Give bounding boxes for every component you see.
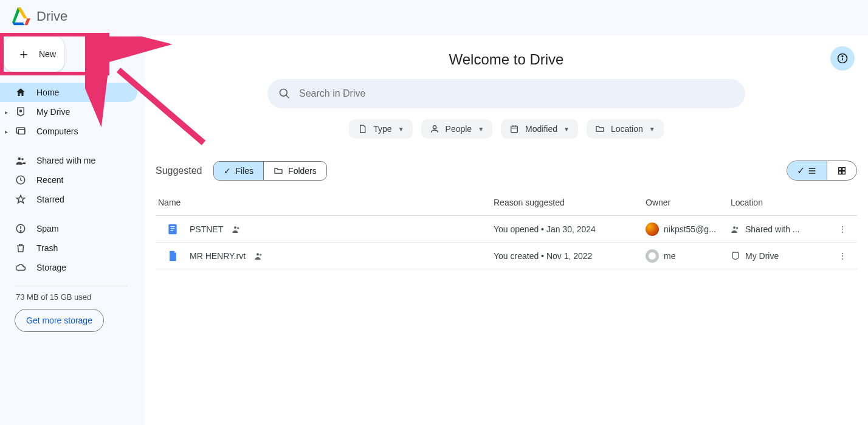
suggested-segmented: ✓ Files Folders [213,161,327,181]
list-icon [807,166,817,176]
sidebar-item-label: Home [36,88,59,97]
info-icon [836,52,849,64]
file-name: PSTNET [190,224,223,234]
svg-point-8 [18,157,21,161]
sidebar-item-my-drive[interactable]: ▸ My Drive [0,102,137,122]
chevron-down-icon: ▼ [398,126,404,133]
drive-logo-icon [11,7,30,26]
star-icon [15,194,27,205]
view-toggle: ✓ [787,161,857,181]
seg-label: Files [236,166,254,176]
sidebar-item-label: Spam [36,224,59,233]
sidebar-item-computers[interactable]: ▸ Computers [0,122,137,141]
owner-text: me [664,251,675,261]
suggested-table: Name Reason suggested Owner Location PST… [156,189,857,269]
seg-folders[interactable]: Folders [264,162,326,180]
svg-rect-19 [842,167,846,170]
svg-point-29 [736,227,738,229]
info-button[interactable] [830,46,855,71]
new-button[interactable]: ＋ New [4,36,64,72]
seg-label: Folders [288,166,317,176]
row-menu-button[interactable]: ⋮ [828,224,857,234]
sidebar-item-label: Trash [36,243,58,253]
svg-rect-21 [842,171,846,174]
svg-rect-23 [171,226,175,227]
svg-rect-18 [839,167,842,170]
check-icon: ✓ [224,166,231,176]
gdoc-icon [167,223,179,235]
filter-chip-people[interactable]: People ▼ [421,119,493,139]
person-icon [430,124,439,134]
search-bar[interactable] [267,79,745,108]
get-more-storage-button[interactable]: Get more storage [15,309,104,332]
sidebar-item-label: Shared with me [36,156,95,165]
page-title: Welcome to Drive [449,51,564,68]
sidebar-item-label: Starred [36,195,64,204]
home-icon [15,87,27,98]
search-icon [278,88,291,100]
avatar [646,223,659,236]
seg-files[interactable]: ✓ Files [214,162,264,180]
chevron-down-icon: ▼ [478,126,484,133]
sidebar-item-label: Computers [36,126,78,136]
table-row[interactable]: MR HENRY.rvt You created • Nov 1, 2022 m… [156,243,857,269]
col-owner: Owner [646,198,731,207]
sidebar-item-starred[interactable]: Starred [0,190,137,209]
search-input[interactable] [299,88,734,99]
owner-text: nikpst55@g... [664,224,716,234]
svg-rect-25 [171,230,173,230]
row-menu-button[interactable]: ⋮ [828,251,857,261]
sidebar-item-shared[interactable]: Shared with me [0,151,137,170]
svg-point-31 [260,254,261,255]
new-button-label: New [39,49,56,59]
svg-rect-24 [171,228,175,229]
my-drive-icon [731,251,740,261]
sidebar-item-label: Recent [36,175,63,185]
computers-icon [15,126,27,137]
sidebar-item-trash[interactable]: Trash [0,238,137,258]
file-name: MR HENRY.rvt [190,251,246,261]
my-drive-icon [15,106,27,117]
storage-usage-text: 73 MB of 15 GB used [0,292,137,302]
sidebar-item-storage[interactable]: Storage [0,258,137,277]
svg-marker-2 [18,8,27,19]
sidebar-item-spam[interactable]: Spam [0,219,137,238]
sidebar-item-label: Storage [36,263,66,272]
shared-icon [731,224,740,234]
filter-chip-modified[interactable]: Modified ▼ [501,119,578,139]
chevron-down-icon: ▼ [563,126,570,133]
reason-text: You opened • Jan 30, 2024 [494,224,646,234]
main-panel: Welcome to Drive Type ▼ People ▼ Modifie… [145,35,868,425]
sidebar: ＋ New Home ▸ My Drive ▸ Computers Shared… [0,32,145,425]
view-list[interactable]: ✓ [787,161,827,180]
calendar-icon [509,124,519,134]
check-icon: ✓ [797,165,805,176]
recent-icon [15,174,27,185]
folder-icon [595,124,605,134]
trash-icon [15,243,27,254]
svg-rect-20 [839,171,842,174]
svg-point-26 [234,226,236,229]
sidebar-item-recent[interactable]: Recent [0,170,137,190]
sidebar-item-home[interactable]: Home [0,83,137,102]
reason-text: You created • Nov 1, 2022 [494,251,646,261]
table-row[interactable]: PSTNET You opened • Jan 30, 2024 nikpst5… [156,216,857,243]
svg-point-27 [237,227,239,229]
brand-name: Drive [36,9,67,24]
chip-label: People [446,124,472,134]
filter-chip-location[interactable]: Location ▼ [587,119,664,139]
sidebar-item-label: My Drive [36,107,70,117]
chevron-down-icon: ▼ [649,126,655,133]
view-grid[interactable] [827,161,856,180]
spam-icon [15,223,27,234]
filter-chip-type[interactable]: Type ▼ [349,119,412,139]
chip-label: Type [373,124,391,134]
col-location: Location [731,198,828,207]
file-icon [357,124,367,134]
svg-point-12 [20,230,21,232]
chip-label: Modified [525,124,557,134]
svg-point-15 [280,89,288,97]
chevron-right-icon: ▸ [5,109,8,116]
shared-icon [232,224,241,234]
svg-point-9 [21,158,24,161]
